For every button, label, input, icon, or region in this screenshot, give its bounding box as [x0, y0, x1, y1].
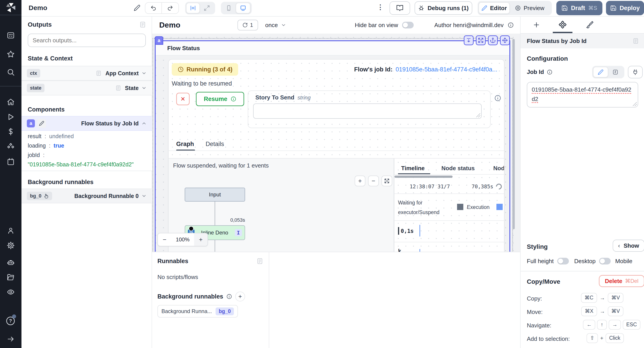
- search-outputs-input[interactable]: [28, 34, 146, 47]
- redo-button[interactable]: [162, 3, 178, 14]
- desktop-toggle[interactable]: [599, 258, 611, 264]
- docs-book-button[interactable]: [390, 1, 410, 15]
- tab-graph[interactable]: Graph: [176, 141, 194, 147]
- state-row[interactable]: state State: [22, 81, 152, 95]
- graph-node-input[interactable]: Input: [185, 188, 245, 202]
- bg0-label: Background Runnable 0: [74, 193, 139, 199]
- flow-job-id-link[interactable]: 0191085e-5baa-81ef-4774-c9ef4f0a...: [396, 66, 497, 73]
- rename-pencil-icon[interactable]: [134, 5, 140, 11]
- theme-brush-tab-icon[interactable]: [586, 21, 594, 29]
- refresh-mode-select[interactable]: once: [265, 20, 286, 31]
- home-icon[interactable]: [7, 98, 15, 106]
- delete-button[interactable]: Delete ⌘Del: [599, 275, 644, 287]
- tab-editor[interactable]: Editor: [478, 2, 510, 14]
- bg-runnable-row[interactable]: bg_0 Background Runnable 0: [22, 189, 152, 203]
- deploy-button[interactable]: Deploy: [606, 1, 644, 15]
- full-height-toggle[interactable]: [557, 258, 569, 264]
- copymove-title: Copy/Move: [527, 278, 560, 285]
- kebab-menu-icon[interactable]: ⋮: [377, 3, 384, 11]
- debug-runs-button[interactable]: Debug runs (1): [414, 1, 472, 15]
- spinner-icon: [495, 183, 503, 191]
- author-info-icon[interactable]: [508, 22, 514, 28]
- graph-zoom-in-button[interactable]: +: [355, 176, 366, 186]
- timeline-hscrollbar[interactable]: [394, 176, 452, 178]
- audit-eye-icon[interactable]: [7, 288, 15, 296]
- tab-preview[interactable]: Preview: [510, 2, 549, 14]
- search-icon[interactable]: [7, 68, 15, 76]
- eval-input-function-button[interactable]: [608, 67, 622, 77]
- outputs-doc-icon[interactable]: [139, 21, 146, 28]
- connect-plug-button[interactable]: [628, 66, 643, 78]
- component-settings-tab-icon[interactable]: [558, 20, 567, 29]
- resume-button[interactable]: Resume: [196, 92, 244, 106]
- component-tag[interactable]: a: [155, 36, 163, 45]
- timeline-row1-duration: 0,1s: [401, 228, 414, 234]
- zoom-in-button[interactable]: +: [194, 233, 208, 246]
- static-input-pencil-button[interactable]: [593, 67, 608, 77]
- cancel-button[interactable]: ✕: [176, 93, 190, 105]
- component-chevron-up-icon[interactable]: [141, 121, 147, 126]
- runs-play-icon[interactable]: [7, 113, 15, 121]
- undo-button[interactable]: [145, 3, 162, 14]
- expand-arrow-icon[interactable]: [7, 335, 15, 343]
- settings-header-doc-icon[interactable]: [632, 38, 639, 44]
- refresh-mode-chevron-icon: [281, 22, 286, 28]
- tab-timeline[interactable]: Timeline: [401, 165, 425, 172]
- styling-show-button[interactable]: ‹ Show: [613, 240, 644, 252]
- bg0-chevron-down-icon[interactable]: [141, 193, 147, 199]
- state-chevron-down-icon[interactable]: [141, 85, 147, 91]
- settings-gear-icon[interactable]: [7, 241, 15, 249]
- hide-bar-toggle[interactable]: [402, 22, 414, 29]
- graph-zoom-out-button[interactable]: −: [368, 176, 379, 186]
- result-key: result: [28, 133, 41, 139]
- component-move-button[interactable]: [500, 35, 510, 45]
- schedules-calendar-icon[interactable]: [7, 158, 15, 166]
- tab-node-status[interactable]: Node status: [442, 165, 475, 172]
- job-id-info-icon[interactable]: [547, 69, 552, 75]
- users-person-icon[interactable]: [7, 227, 15, 235]
- app-title: Demo: [28, 4, 47, 12]
- tab-details[interactable]: Details: [206, 141, 224, 147]
- apps-icon[interactable]: [7, 31, 15, 39]
- bg-runnables-title: Background runnables: [158, 293, 223, 300]
- component-anchor-button[interactable]: [488, 35, 498, 45]
- add-bg-runnable-button[interactable]: +: [235, 292, 245, 301]
- component-expand-button[interactable]: [476, 35, 486, 45]
- ctx-row[interactable]: ctx App Context: [22, 66, 152, 81]
- fullwidth-layout-button[interactable]: [200, 3, 214, 14]
- refresh-count: 1: [250, 22, 253, 28]
- mobile-view-button[interactable]: [222, 3, 236, 14]
- favorites-star-icon[interactable]: [7, 50, 15, 58]
- tab-node-partial[interactable]: Node: [493, 165, 504, 172]
- form-info-icon[interactable]: [494, 94, 501, 102]
- draft-button[interactable]: Draft ⌘S: [556, 1, 602, 15]
- story-textarea[interactable]: [253, 103, 482, 119]
- variables-dollar-icon[interactable]: [7, 128, 15, 136]
- bg-runnable-item[interactable]: Background Runna... bg_0: [158, 305, 238, 317]
- windmill-logo-icon[interactable]: [5, 2, 16, 14]
- job-id-textarea[interactable]: 0191085e-5baa-81ef-4774-c9ef4f0a92d2: [527, 82, 638, 107]
- zoom-out-button[interactable]: −: [158, 236, 171, 243]
- refresh-count-box[interactable]: 1: [238, 20, 258, 31]
- component-dock-bottom-button[interactable]: [464, 35, 474, 45]
- graph-fullscreen-button[interactable]: [382, 176, 392, 186]
- draft-label: Draft: [571, 5, 585, 12]
- canvas-vscrollbar[interactable]: [512, 39, 515, 229]
- textarea-resize-handle[interactable]: [476, 113, 480, 117]
- runnables-doc-icon[interactable]: [256, 258, 264, 265]
- desktop-view-button[interactable]: [236, 3, 250, 14]
- resources-cubes-icon[interactable]: [7, 142, 15, 150]
- folders-icon[interactable]: [7, 273, 15, 281]
- bg-runnables-info-icon[interactable]: [226, 294, 232, 299]
- settings-header-strip: Flow Status by Job Id: [520, 34, 644, 48]
- app-canvas[interactable]: a Flow Status Running (3 of 4): [152, 34, 520, 252]
- job-id-resize-handle[interactable]: [633, 102, 637, 106]
- component-edit-pencil-icon[interactable]: [37, 119, 46, 128]
- component-row-a[interactable]: a Flow Status by Job Id: [22, 116, 152, 131]
- copy-kbd-2: ⌘V: [608, 293, 624, 303]
- ai-robot-icon[interactable]: [7, 258, 15, 266]
- insert-component-plus-icon[interactable]: [533, 21, 540, 29]
- ctx-chevron-down-icon[interactable]: [141, 71, 147, 76]
- delete-shortcut: ⌘Del: [625, 278, 638, 284]
- center-layout-button[interactable]: [186, 3, 200, 14]
